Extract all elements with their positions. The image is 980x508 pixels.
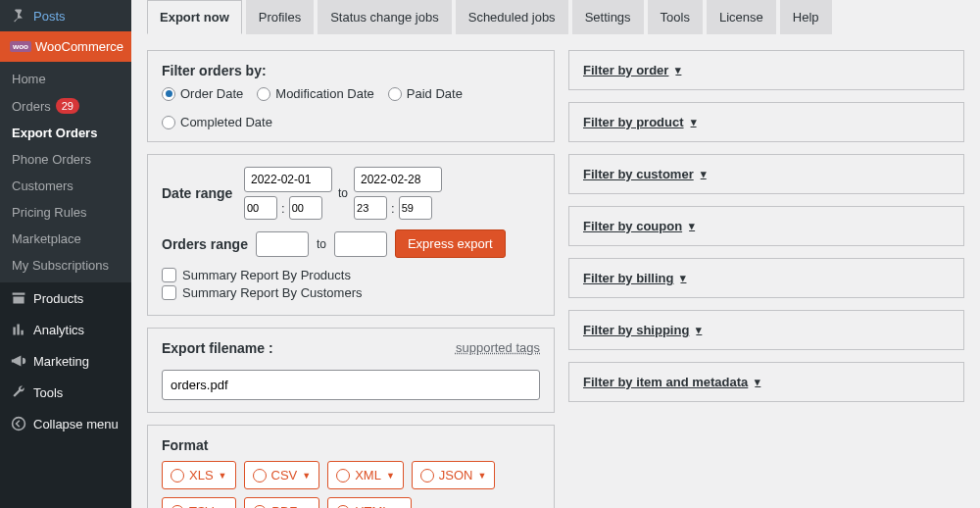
chevron-down-icon: ▼ <box>477 471 486 481</box>
filter-by-shipping[interactable]: Filter by shipping <box>568 310 964 350</box>
wrench-icon <box>10 384 27 400</box>
minute-from-input[interactable] <box>289 196 322 220</box>
sub-item-orders[interactable]: Orders 29 <box>0 92 131 120</box>
hour-to-input[interactable] <box>354 196 387 220</box>
radio-completed-date[interactable]: Completed Date <box>162 115 272 129</box>
format-html[interactable]: HTML▼ <box>327 497 412 508</box>
format-xls[interactable]: XLS▼ <box>162 461 236 489</box>
supported-tags-link[interactable]: supported tags <box>456 340 540 355</box>
sidebar-item-collapse[interactable]: Collapse menu <box>0 408 131 439</box>
sub-item-export-orders[interactable]: Export Orders <box>0 120 131 146</box>
sub-item-home[interactable]: Home <box>0 66 131 92</box>
orders-to-input[interactable] <box>334 231 387 257</box>
filter-by-coupon[interactable]: Filter by coupon <box>568 206 964 246</box>
chevron-down-icon: ▼ <box>386 471 395 481</box>
sidebar-label: Posts <box>33 9 66 24</box>
radio-modification-date[interactable]: Modification Date <box>257 86 373 101</box>
tab-tools[interactable]: Tools <box>648 0 703 34</box>
woocommerce-submenu: Home Orders 29 Export Orders Phone Order… <box>0 62 131 282</box>
sub-item-my-subscriptions[interactable]: My Subscriptions <box>0 252 131 279</box>
format-pdf[interactable]: PDF▼ <box>244 497 319 508</box>
date-to-input[interactable] <box>354 167 442 192</box>
chevron-down-icon: ▼ <box>219 471 227 481</box>
sidebar-item-products[interactable]: Products <box>0 282 131 314</box>
sub-item-phone-orders[interactable]: Phone Orders <box>0 146 131 173</box>
admin-sidebar: Posts woo WooCommerce Home Orders 29 Exp… <box>0 0 131 508</box>
sidebar-item-tools[interactable]: Tools <box>0 377 131 408</box>
tab-settings[interactable]: Settings <box>572 0 644 34</box>
radio-icon <box>162 87 175 101</box>
radio-icon <box>257 87 270 101</box>
format-json[interactable]: JSON▼ <box>412 461 496 489</box>
filter-orders-box: Filter orders by: Order Date Modificatio… <box>147 50 555 142</box>
filter-orders-title: Filter orders by: <box>162 63 540 78</box>
sidebar-item-woocommerce[interactable]: woo WooCommerce <box>0 31 131 62</box>
radio-icon <box>162 116 175 129</box>
format-csv[interactable]: CSV▼ <box>244 461 320 489</box>
megaphone-icon <box>10 353 27 369</box>
radio-icon <box>420 469 434 483</box>
sidebar-item-marketing[interactable]: Marketing <box>0 345 131 377</box>
sub-item-customers[interactable]: Customers <box>0 173 131 199</box>
tab-bar: Export now Profiles Status change jobs S… <box>147 0 964 34</box>
tab-export-now[interactable]: Export now <box>147 0 242 34</box>
sub-item-marketplace[interactable]: Marketplace <box>0 226 131 252</box>
date-range-label: Date range <box>162 185 236 201</box>
tab-license[interactable]: License <box>707 0 776 34</box>
pin-icon <box>10 8 27 24</box>
sidebar-label: Products <box>33 291 83 306</box>
tab-status-change-jobs[interactable]: Status change jobs <box>318 0 452 34</box>
chart-bar-icon <box>10 322 27 337</box>
filter-by-customer[interactable]: Filter by customer <box>568 154 964 194</box>
radio-icon <box>171 469 184 483</box>
orders-range-label: Orders range <box>162 236 248 252</box>
checkbox-icon <box>162 285 176 300</box>
tab-help[interactable]: Help <box>780 0 832 34</box>
filename-label: Export filename : supported tags <box>162 340 540 356</box>
sidebar-label: Analytics <box>33 323 84 337</box>
tab-scheduled-jobs[interactable]: Scheduled jobs <box>456 0 568 34</box>
hour-from-input[interactable] <box>244 196 277 220</box>
to-label: to <box>338 186 348 200</box>
date-from-input[interactable] <box>244 167 332 192</box>
format-box: Format XLS▼ CSV▼ XML▼ JSON▼ TSV▼ PDF▼ HT… <box>147 425 555 508</box>
check-summary-products[interactable]: Summary Report By Products <box>162 268 540 282</box>
radio-icon <box>336 505 350 509</box>
filter-by-item-metadata[interactable]: Filter by item and metadata <box>568 362 964 402</box>
orders-count-badge: 29 <box>56 98 79 114</box>
format-tsv[interactable]: TSV▼ <box>162 497 236 508</box>
archive-icon <box>10 290 27 306</box>
filename-input[interactable] <box>162 370 540 400</box>
filter-by-product[interactable]: Filter by product <box>568 102 964 142</box>
sidebar-label: Tools <box>33 385 63 400</box>
sidebar-item-posts[interactable]: Posts <box>0 0 131 31</box>
radio-icon <box>388 87 402 101</box>
orders-from-input[interactable] <box>256 231 309 257</box>
range-box: Date range : to <box>147 154 555 316</box>
sidebar-label: Collapse menu <box>33 417 119 432</box>
express-export-button[interactable]: Express export <box>395 229 506 258</box>
radio-icon <box>171 505 184 509</box>
sub-item-pricing-rules[interactable]: Pricing Rules <box>0 199 131 226</box>
radio-icon <box>336 469 350 483</box>
checkbox-icon <box>162 268 176 282</box>
woocommerce-icon: woo <box>10 41 31 52</box>
to-label: to <box>317 237 326 251</box>
check-summary-customers[interactable]: Summary Report By Customers <box>162 285 540 300</box>
minute-to-input[interactable] <box>399 196 432 220</box>
radio-paid-date[interactable]: Paid Date <box>388 86 463 101</box>
collapse-icon <box>10 416 27 432</box>
filter-by-order[interactable]: Filter by order <box>568 50 964 90</box>
sidebar-label: WooCommerce <box>35 39 123 54</box>
svg-point-0 <box>13 418 25 431</box>
main-content: Export now Profiles Status change jobs S… <box>131 0 980 508</box>
radio-icon <box>253 505 267 509</box>
chevron-down-icon: ▼ <box>302 471 311 481</box>
sidebar-item-analytics[interactable]: Analytics <box>0 314 131 345</box>
filter-by-billing[interactable]: Filter by billing <box>568 258 964 298</box>
filename-box: Export filename : supported tags <box>147 328 555 413</box>
format-xml[interactable]: XML▼ <box>327 461 404 489</box>
tab-profiles[interactable]: Profiles <box>246 0 314 34</box>
radio-order-date[interactable]: Order Date <box>162 86 243 101</box>
radio-icon <box>253 469 267 483</box>
